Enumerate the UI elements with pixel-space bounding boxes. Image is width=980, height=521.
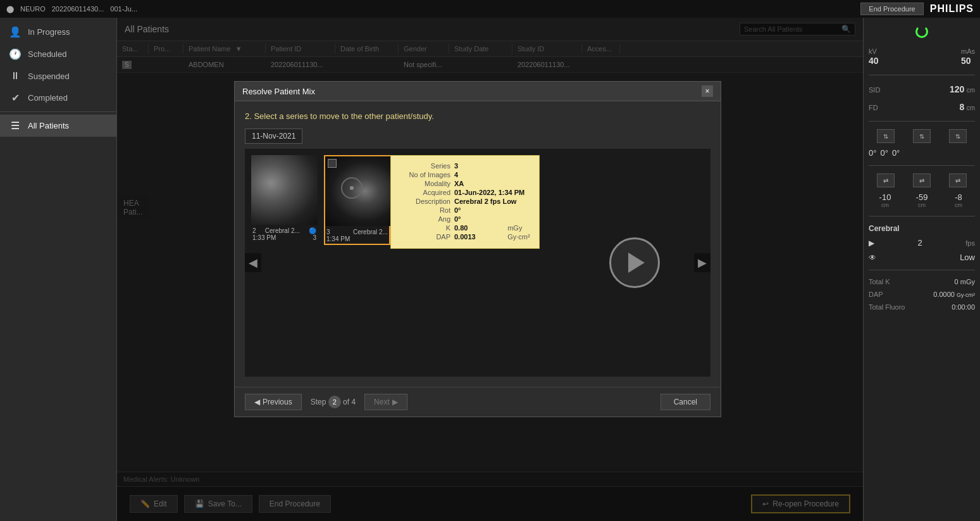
series-label-2: Cerebral 2...	[353, 229, 388, 235]
tooltip-dap-label: DAP	[400, 233, 450, 241]
dap-row: DAP 0.0000 Gy·cm²	[869, 291, 975, 298]
all-patients-icon: ☰	[8, 120, 23, 132]
kv-block: kV 40	[869, 47, 879, 66]
sidebar-item-all-patients[interactable]: ☰ All Patients	[0, 115, 116, 137]
pos-adjust-btn-2[interactable]: ⇄	[913, 173, 931, 187]
app-logo: ⬤	[6, 5, 14, 13]
sid-row: SID 120 cm	[869, 83, 975, 96]
prev-arrow-icon: ◀	[254, 398, 260, 406]
pos-unit-3: cm	[942, 202, 975, 208]
tooltip-modality-val: XA	[454, 180, 464, 187]
total-fluoro-value: 0:00:00	[952, 303, 975, 311]
cerebral-label: Cerebral	[869, 224, 975, 233]
divider-2	[869, 121, 975, 122]
pos-item-3: -8 cm	[942, 192, 975, 208]
top-bar-left: ⬤ NEURO 202206011430... 001-Ju...	[6, 5, 137, 13]
suspended-icon: ⏸	[8, 70, 23, 82]
angle-val-2: 0°	[880, 148, 888, 158]
angle-item-2: 0°	[880, 148, 888, 158]
pos-adjust-btn-1[interactable]: ⇄	[877, 173, 895, 187]
tooltip-k-unit: mGy	[471, 224, 522, 232]
cancel-button[interactable]: Cancel	[661, 394, 710, 410]
pos-val-3: -8	[942, 192, 975, 202]
mas-value: 50	[961, 56, 971, 66]
step-number: 2	[328, 396, 341, 408]
svg-point-1	[350, 186, 354, 190]
kv-label: kV	[869, 47, 877, 55]
status-indicator	[869, 23, 975, 41]
sidebar-item-suspended[interactable]: ⏸ Suspended	[0, 65, 116, 87]
tooltip-acquired-label: Acquired	[400, 189, 450, 196]
step-label: Step	[311, 398, 326, 406]
pos-val-1: -10	[869, 192, 902, 202]
sidebar-item-completed[interactable]: ✔ Completed	[0, 87, 116, 109]
series-time-2: 1:34 PM	[326, 235, 350, 242]
scroll-left-button[interactable]: ◀	[245, 253, 261, 272]
end-procedure-button[interactable]: End Procedure	[860, 3, 923, 15]
angle-adjust-btn-3[interactable]: ⇅	[949, 129, 967, 143]
pos-item-2: -59 cm	[905, 192, 938, 208]
tooltip-dap-val: 0.0013	[454, 233, 476, 241]
scroll-right-button[interactable]: ▶	[694, 253, 710, 272]
series-icon-1: 🔵	[309, 227, 316, 234]
angle-adjust-btn-2[interactable]: ⇅	[913, 129, 931, 143]
fd-unit: cm	[967, 104, 975, 111]
sidebar-item-label: In Progress	[28, 27, 70, 37]
sidebar-item-scheduled[interactable]: 🕐 Scheduled	[0, 43, 116, 65]
in-progress-icon: 👤	[8, 26, 23, 38]
patients-panel: All Patients 🔍 Sta... Pro... Patient Nam…	[117, 18, 863, 521]
tooltip-series-label: Series	[400, 162, 450, 170]
resolve-dialog: Resolve Patient Mix × 2. Select a series…	[234, 81, 721, 417]
divider-1	[869, 75, 975, 75]
sidebar-item-in-progress[interactable]: 👤 In Progress	[0, 21, 116, 43]
low-row: 👁 Low	[869, 253, 975, 262]
fps-value: 2	[918, 238, 922, 248]
pos-unit-2: cm	[905, 202, 938, 208]
dap-value: 0.0000 Gy·cm²	[933, 291, 975, 298]
play-fps-icon: ▶	[869, 239, 874, 248]
angle-val-3: 0°	[892, 148, 900, 158]
close-dialog-button[interactable]: ×	[702, 85, 713, 97]
series-thumb-2[interactable]: 3 Cerebral 2... 1:34 PM	[324, 155, 390, 245]
sidebar-divider	[0, 111, 116, 112]
total-k-unit: mGy	[960, 278, 975, 286]
angle-val-1: 0°	[869, 148, 876, 158]
step-instruction: 2. Select a series to move to the other …	[245, 111, 710, 121]
pos-row: -10 cm -59 cm -8 cm	[869, 192, 975, 208]
pos-adjust-btn-3[interactable]: ⇄	[949, 173, 967, 187]
next-button[interactable]: Next ▶	[364, 394, 407, 410]
top-bar: ⬤ NEURO 202206011430... 001-Ju... End Pr…	[0, 0, 980, 18]
tooltip-series-val: 3	[454, 162, 458, 170]
angle-item-1: 0°	[869, 148, 876, 158]
resolve-dialog-body: 2. Select a series to move to the other …	[235, 101, 721, 387]
angle-row: 0° 0° 0°	[869, 148, 975, 158]
sid-value-block: 120 cm	[950, 84, 975, 94]
sidebar-item-label: Completed	[28, 93, 68, 103]
divider-4	[869, 216, 975, 217]
series-count-1: 3	[313, 234, 316, 241]
total-fluoro-row: Total Fluoro 0:00:00	[869, 303, 975, 311]
series-info-1: 2 Cerebral 2... 🔵 1:33 PM 3	[251, 225, 318, 242]
divider-5	[869, 270, 975, 270]
fd-row: FD 8 cm	[869, 101, 975, 113]
sid-value: 120	[950, 84, 964, 94]
pos-item-1: -10 cm	[869, 192, 902, 208]
device-label: NEURO	[20, 5, 46, 13]
resolve-dialog-footer: ◀ Previous Step 2 of 4 Next ▶ Cancel	[235, 387, 721, 417]
right-panel: kV 40 mAs 50 SID 120 cm FD 8 cm	[863, 18, 980, 521]
play-button[interactable]	[609, 237, 660, 288]
previous-button[interactable]: ◀ Previous	[245, 394, 302, 410]
series-thumb-1[interactable]: 2 Cerebral 2... 🔵 1:33 PM 3	[251, 155, 318, 242]
angle-adjust-btn-1[interactable]: ⇅	[877, 129, 895, 143]
series-num-2: 3	[326, 229, 330, 235]
xray-circle-overlay	[339, 175, 377, 213]
series-checkbox-2[interactable]	[328, 159, 337, 168]
tooltip-no-images-val: 4	[454, 171, 458, 179]
tooltip-k-label: K	[400, 224, 450, 232]
series-label-1: Cerebral 2...	[265, 227, 300, 234]
series-thumb-img-1	[251, 155, 318, 225]
fps-row: ▶ 2 fps	[869, 238, 975, 248]
divider-3	[869, 165, 975, 166]
sid-label: SID	[869, 86, 880, 94]
scheduled-icon: 🕐	[8, 48, 23, 60]
